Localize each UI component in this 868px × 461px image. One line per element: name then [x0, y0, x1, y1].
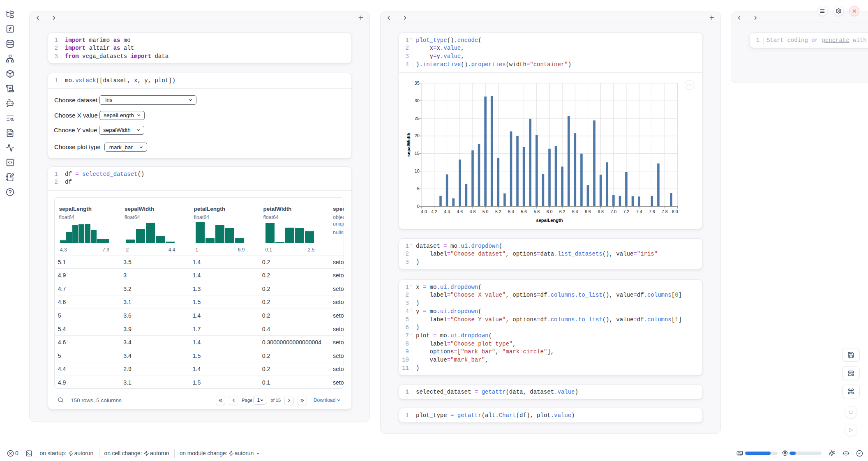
svg-text:6.0: 6.0: [547, 209, 553, 214]
svg-text:20: 20: [415, 133, 420, 138]
svg-text:4.4: 4.4: [444, 209, 450, 214]
svg-text:7.6: 7.6: [649, 209, 655, 214]
svg-text:25: 25: [415, 116, 420, 121]
svg-text:4.6: 4.6: [457, 209, 463, 214]
svg-text:6.8: 6.8: [598, 209, 604, 214]
svg-text:6.4: 6.4: [572, 209, 578, 214]
svg-text:sepalWidth: sepalWidth: [406, 132, 411, 157]
svg-text:5.6: 5.6: [521, 209, 527, 214]
svg-text:4.0: 4.0: [421, 209, 427, 214]
svg-text:5: 5: [417, 186, 420, 191]
svg-text:7.8: 7.8: [662, 209, 668, 214]
svg-text:5.0: 5.0: [482, 209, 489, 214]
svg-text:7.2: 7.2: [623, 209, 630, 214]
svg-text:8.0: 8.0: [672, 209, 678, 214]
svg-text:30: 30: [415, 98, 420, 103]
svg-text:7.0: 7.0: [610, 209, 616, 214]
svg-text:0: 0: [417, 204, 420, 209]
svg-text:5.4: 5.4: [508, 209, 514, 214]
svg-text:sepalLength: sepalLength: [536, 218, 563, 223]
svg-text:6.6: 6.6: [585, 209, 591, 214]
svg-text:10: 10: [415, 168, 420, 173]
svg-text:5.8: 5.8: [533, 209, 540, 214]
svg-text:7.4: 7.4: [636, 209, 642, 214]
svg-text:15: 15: [415, 151, 420, 156]
svg-text:4.8: 4.8: [470, 209, 476, 214]
svg-text:35: 35: [415, 81, 420, 85]
svg-text:6.2: 6.2: [559, 209, 566, 214]
svg-text:5.2: 5.2: [495, 209, 501, 214]
svg-text:4.2: 4.2: [431, 209, 437, 214]
